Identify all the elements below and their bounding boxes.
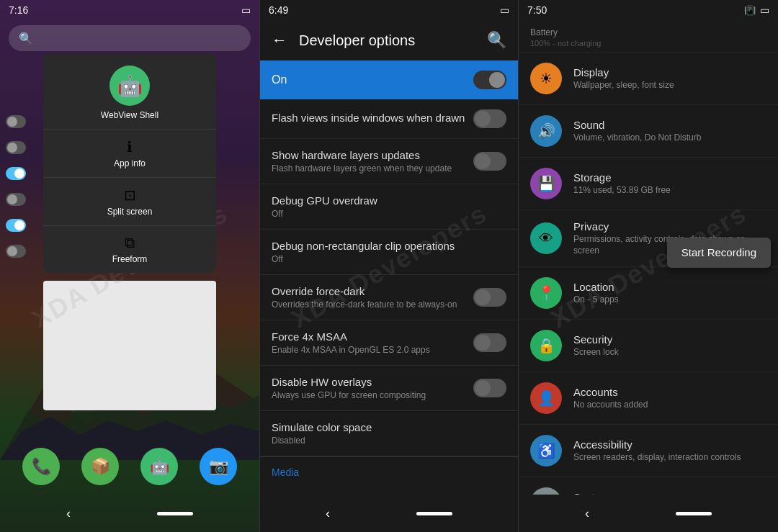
status-bar-panel1: 7:16 ▭ — [0, 0, 259, 20]
dock-webview[interactable]: 🤖 — [140, 448, 178, 485]
search-icon-panel2[interactable]: 🔍 — [487, 31, 506, 50]
time-panel2: 6:49 — [269, 4, 288, 16]
toggle-4[interactable] — [6, 193, 26, 206]
accounts-item[interactable]: 👤 Accounts No accounts added — [519, 372, 778, 425]
context-menu-app-header: 🤖 WebView Shell — [43, 54, 216, 129]
status-bar-panel3: 7:50 📳 ▭ — [519, 0, 778, 20]
accessibility-icon: ♿ — [530, 435, 562, 466]
on-toggle-knob — [489, 72, 505, 88]
force-dark-toggle[interactable] — [473, 288, 506, 307]
debug-clip-subtitle: Off — [272, 254, 455, 264]
accounts-title: Accounts — [573, 386, 648, 398]
home-button-panel1[interactable] — [157, 512, 193, 515]
on-toggle[interactable] — [473, 71, 506, 89]
time-panel1: 7:16 — [9, 4, 28, 16]
flash-views-toggle[interactable] — [473, 109, 506, 128]
location-subtitle: On - 5 apps — [573, 294, 619, 306]
sound-subtitle: Volume, vibration, Do Not Disturb — [573, 132, 701, 144]
back-icon-panel2[interactable]: ← — [272, 31, 287, 50]
toggle-2[interactable] — [6, 141, 26, 154]
color-space-item[interactable]: Simulate color space Disabled — [260, 411, 518, 456]
battery-subtitle: 100% - not charging — [530, 39, 766, 48]
security-title: Security — [573, 333, 619, 346]
dock-fdroid[interactable]: 📦 — [81, 448, 119, 485]
developer-options-list: Flash views inside windows when drawn Sh… — [260, 99, 518, 495]
media-section-label: Media — [272, 466, 299, 478]
time-panel3: 7:50 — [527, 4, 547, 16]
storage-subtitle: 11% used, 53.89 GB free — [573, 185, 671, 197]
hw-overlays-subtitle: Always use GPU for screen compositing — [272, 390, 426, 400]
search-icon: 🔍 — [19, 32, 33, 45]
home-button-panel3[interactable] — [676, 512, 712, 515]
security-icon: 🔒 — [530, 330, 562, 361]
privacy-title: Privacy — [573, 220, 766, 233]
hardware-layers-item[interactable]: Show hardware layers updates Flash hardw… — [260, 139, 518, 184]
dock-camera[interactable]: 📷 — [200, 448, 237, 485]
sound-icon: 🔊 — [530, 115, 562, 147]
msaa-toggle[interactable] — [473, 333, 506, 352]
nav-bar-panel1: ‹ — [0, 495, 259, 532]
color-space-title: Simulate color space — [272, 421, 372, 433]
debug-gpu-item[interactable]: Debug GPU overdraw Off — [260, 184, 518, 230]
display-item[interactable]: ☀ Display Wallpaper, sleep, font size — [519, 53, 778, 105]
hardware-layers-toggle[interactable] — [473, 152, 506, 171]
on-label: On — [272, 73, 287, 86]
battery-icon-panel1: ▭ — [241, 4, 251, 16]
on-row[interactable]: On — [260, 60, 518, 99]
display-title: Display — [573, 66, 674, 78]
toolbar-panel2: ← Developer options 🔍 — [260, 20, 518, 60]
battery-icon-panel3: ▭ — [760, 4, 769, 16]
splitscreen-icon: ⊡ — [124, 186, 136, 204]
home-button-panel2[interactable] — [416, 512, 452, 515]
security-item[interactable]: 🔒 Security Screen lock — [519, 320, 778, 372]
appinfo-label: App info — [114, 158, 146, 168]
nav-bar-panel2: ‹ — [260, 495, 518, 532]
storage-item[interactable]: 💾 Storage 11% used, 53.89 GB free — [519, 158, 778, 210]
msaa-item[interactable]: Force 4x MSAA Enable 4x MSAA in OpenGL E… — [260, 320, 518, 366]
toggle-3[interactable] — [6, 167, 26, 180]
force-dark-item[interactable]: Override force-dark Overrides the force-… — [260, 275, 518, 320]
freeform-label: Freeform — [112, 254, 148, 264]
system-item[interactable]: ⚙ System Languages, time, backup, update… — [519, 477, 778, 495]
hw-overlays-item[interactable]: Disable HW overlays Always use GPU for s… — [260, 366, 518, 411]
toggle-5[interactable] — [6, 219, 26, 232]
hardware-layers-subtitle: Flash hardware layers green when they up… — [272, 163, 452, 173]
accounts-icon: 👤 — [530, 382, 562, 414]
freeform-icon: ⧉ — [125, 235, 135, 251]
app-name-label: WebView Shell — [101, 110, 158, 120]
location-icon: 📍 — [530, 277, 562, 309]
back-button-panel3[interactable]: ‹ — [585, 506, 589, 521]
display-subtitle: Wallpaper, sleep, font size — [573, 80, 674, 91]
sound-item[interactable]: 🔊 Sound Volume, vibration, Do Not Distur… — [519, 105, 778, 158]
back-button-panel1[interactable]: ‹ — [66, 506, 71, 521]
start-recording-label[interactable]: Start Recording — [681, 246, 756, 258]
dock-phone[interactable]: 📞 — [22, 448, 60, 485]
flash-views-item[interactable]: Flash views inside windows when drawn — [260, 99, 518, 139]
media-section-header: Media — [260, 456, 518, 484]
hw-overlays-toggle[interactable] — [473, 379, 506, 397]
sound-title: Sound — [573, 119, 701, 131]
context-menu-appinfo[interactable]: ℹ App info — [43, 129, 216, 177]
vibrate-icon-panel3: 📳 — [744, 5, 756, 16]
msaa-title: Force 4x MSAA — [272, 330, 430, 343]
hw-overlays-title: Disable HW overlays — [272, 376, 426, 388]
accessibility-subtitle: Screen readers, display, interaction con… — [573, 452, 741, 464]
battery-row[interactable]: Battery 100% - not charging — [519, 20, 778, 53]
storage-title: Storage — [573, 171, 671, 184]
search-bar[interactable]: 🔍 — [9, 25, 251, 51]
app-icon: 🤖 — [109, 66, 150, 106]
context-menu-splitscreen[interactable]: ⊡ Split screen — [43, 177, 216, 225]
splitscreen-label: Split screen — [107, 207, 153, 217]
panel-1-home: 7:16 ▭ XDA Developers 🤖 WebView Shell ℹ … — [0, 0, 259, 532]
debug-clip-item[interactable]: Debug non-rectangular clip operations Of… — [260, 230, 518, 275]
location-item[interactable]: 📍 Location On - 5 apps — [519, 267, 778, 320]
display-icon: ☀ — [530, 63, 562, 94]
toggle-1[interactable] — [6, 115, 26, 128]
toggle-6[interactable] — [6, 245, 26, 258]
context-menu-freeform[interactable]: ⧉ Freeform — [43, 225, 216, 273]
msaa-subtitle: Enable 4x MSAA in OpenGL ES 2.0 apps — [272, 345, 430, 355]
recording-popup[interactable]: Start Recording — [667, 238, 771, 268]
back-button-panel2[interactable]: ‹ — [326, 506, 330, 521]
debug-gpu-subtitle: Off — [272, 209, 377, 219]
accessibility-item[interactable]: ♿ Accessibility Screen readers, display,… — [519, 425, 778, 477]
